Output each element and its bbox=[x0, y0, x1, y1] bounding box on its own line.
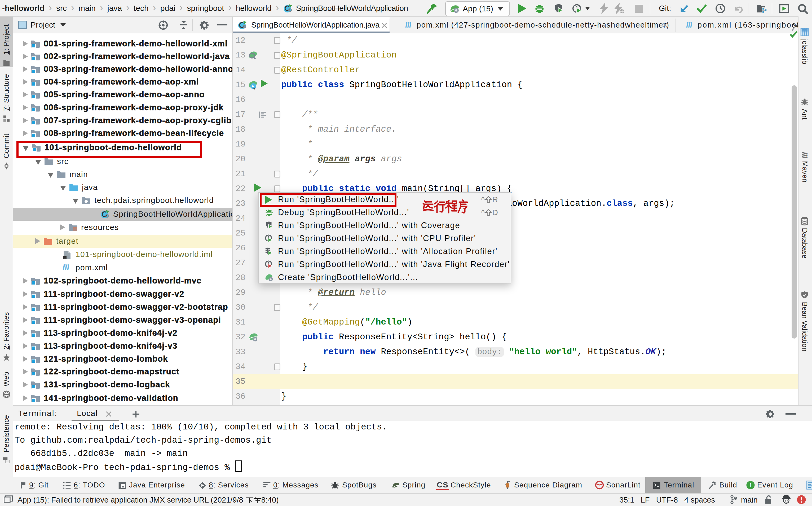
svg-text:1: 1 bbox=[749, 482, 752, 489]
